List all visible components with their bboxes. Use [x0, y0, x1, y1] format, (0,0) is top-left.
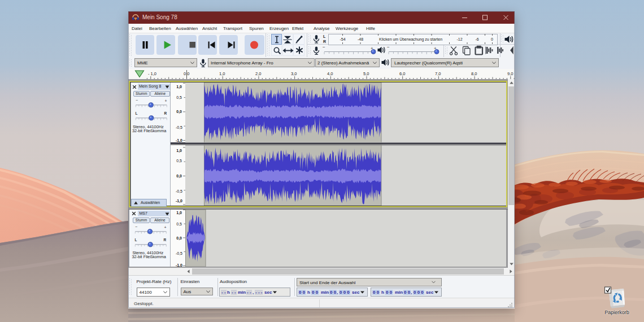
svg-text:4,0: 4,0 [327, 71, 333, 76]
svg-text:0,0: 0,0 [176, 110, 182, 114]
svg-text:-0,5: -0,5 [175, 251, 182, 255]
svg-text:+: + [164, 225, 167, 229]
svg-text:2,0: 2,0 [255, 71, 261, 76]
svg-text:1,0: 1,0 [176, 211, 182, 215]
svg-text:7,0: 7,0 [435, 71, 441, 76]
svg-text:3,0: 3,0 [291, 71, 297, 76]
svg-text:1,0: 1,0 [176, 149, 182, 153]
svg-text:0,0: 0,0 [176, 174, 182, 179]
svg-text:−: − [135, 225, 137, 229]
svg-text:0: 0 [491, 37, 493, 41]
svg-text:-1.0: -1.0 [175, 263, 182, 267]
svg-text:-0,5: -0,5 [175, 125, 182, 129]
svg-text:L: L [135, 238, 137, 242]
svg-text:-1,0: -1,0 [175, 199, 182, 203]
svg-text:−: − [136, 98, 138, 102]
svg-text:0,5: 0,5 [176, 95, 182, 99]
svg-text:L: L [135, 111, 137, 115]
svg-text:5,0: 5,0 [363, 71, 369, 76]
svg-text:-54: -54 [340, 37, 345, 41]
svg-text:- 1,0: - 1,0 [148, 71, 156, 76]
svg-text:8,0: 8,0 [471, 71, 477, 76]
svg-text:1,0: 1,0 [176, 85, 182, 89]
svg-text:R: R [164, 238, 167, 242]
svg-text:R: R [164, 111, 167, 115]
svg-text:0,0: 0,0 [176, 236, 182, 241]
svg-text:-12: -12 [456, 37, 462, 41]
svg-text:Klicken um Überwachung zu star: Klicken um Überwachung zu starten [378, 37, 442, 41]
svg-text:0,5: 0,5 [176, 222, 182, 226]
svg-text:R: R [323, 39, 326, 43]
svg-text:0,5: 0,5 [176, 159, 182, 163]
svg-text:-0,5: -0,5 [175, 189, 182, 193]
svg-text:L: L [323, 34, 326, 38]
svg-text:−: − [387, 45, 390, 50]
svg-text:6,0: 6,0 [399, 71, 405, 76]
svg-text:-48: -48 [357, 37, 363, 41]
svg-text:+: + [164, 99, 167, 103]
svg-text:9,0: 9,0 [507, 71, 513, 76]
svg-text:−: − [323, 45, 325, 50]
svg-text:1,0: 1,0 [219, 71, 225, 76]
svg-text:-6: -6 [475, 37, 478, 41]
